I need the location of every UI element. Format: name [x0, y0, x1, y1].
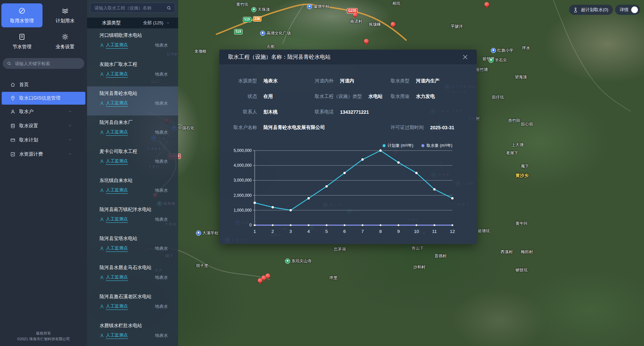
sidebar-item-首页[interactable]: 首页: [0, 78, 87, 92]
sidebar-item-取水户[interactable]: 取水户: [0, 105, 87, 119]
svg-text:4,000,000: 4,000,000: [234, 163, 252, 168]
station-search-input[interactable]: [94, 5, 166, 11]
map-marker-icon[interactable]: [391, 22, 395, 27]
module-tile-节水管理[interactable]: 节水管理: [1, 29, 43, 53]
list-item[interactable]: 东坑镇自来水站人工监测点地表水: [87, 174, 178, 203]
db-icon: [10, 123, 19, 129]
map-label: 坪里: [329, 275, 337, 281]
list-item[interactable]: 陆河县水唇走马石水电站人工监测点地表水: [87, 261, 178, 290]
person-icon: [100, 333, 104, 338]
school-badge-icon: [307, 4, 312, 9]
person-icon: [100, 246, 104, 251]
monitor-tag[interactable]: 人工监测点: [106, 42, 128, 49]
monitor-tag[interactable]: 人工监测点: [106, 245, 128, 252]
monitor-tag[interactable]: 人工监测点: [106, 100, 128, 107]
list-item[interactable]: 麦卡公司取水工程人工监测点地表水: [87, 144, 178, 174]
map-label: 龙颈根: [194, 49, 206, 54]
chevron-down-icon: [68, 109, 72, 114]
card-icon: [10, 137, 19, 143]
monitor-tag[interactable]: 人工监测点: [106, 158, 128, 165]
svg-text:5,000,000: 5,000,000: [234, 148, 252, 153]
map-label: 青山下: [412, 245, 424, 251]
over-plan-pill[interactable]: 超计划取水(0): [569, 5, 613, 15]
chevron-down-icon: [68, 152, 72, 157]
field-value: 13432771221: [340, 109, 369, 115]
field-value: 河道内生产: [416, 78, 440, 84]
person-icon: [100, 130, 104, 135]
water-type: 地表水: [155, 42, 168, 48]
monitor-tag[interactable]: 人工监测点: [106, 332, 128, 339]
sidebar-item-取水口GIS信息管理[interactable]: 取水口GIS信息管理: [2, 92, 85, 105]
field-value: 在用: [263, 94, 273, 100]
map-marker-icon[interactable]: [258, 278, 262, 283]
monitor-tag[interactable]: 人工监测点: [106, 274, 128, 281]
field-河道内外: 河道内外河道内: [315, 73, 354, 89]
station-name: 河口镇唱歌潭水电站: [100, 32, 168, 38]
map-marker-icon[interactable]: [353, 12, 358, 17]
detail-label: 详情: [620, 7, 628, 13]
gear-icon: [61, 33, 69, 42]
field-取水用途: 取水用途水力发电: [391, 89, 435, 104]
usage-line-chart: 01,000,0002,000,0003,000,0004,000,0005,0…: [219, 141, 477, 244]
module-tile-业务设置[interactable]: 业务设置: [45, 29, 86, 53]
sidebar-item-水资源计费[interactable]: 水资源计费: [0, 147, 87, 161]
module-tile-计划用水[interactable]: 计划用水: [45, 3, 86, 27]
field-value: 河道内: [340, 78, 354, 84]
sidebar-item-取水计划[interactable]: 取水计划: [0, 133, 87, 147]
map-marker-icon[interactable]: [265, 273, 270, 278]
list-item[interactable]: 陆河县南万镇杞洋水电站人工监测点地表水: [87, 203, 178, 232]
close-icon[interactable]: [462, 54, 469, 60]
monitor-tag[interactable]: 人工监测点: [106, 71, 128, 78]
list-item[interactable]: 友能水厂取水工程人工监测点地表水: [87, 57, 178, 86]
school-badge-icon: [491, 48, 496, 53]
list-item[interactable]: 河口镇唱歌潭水电站人工监测点地表水: [87, 28, 178, 57]
svg-text:9: 9: [397, 229, 400, 234]
list-item[interactable]: 陆河县自来水厂人工监测点地表水: [87, 115, 178, 144]
water-type: 地表水: [155, 100, 168, 106]
sidebar-menu: 首页取水口GIS信息管理取水户取水设置取水计划水资源计费: [0, 78, 87, 161]
station-name: 陆河县水唇走马石水电站: [100, 265, 168, 271]
toggle-knob[interactable]: [631, 6, 638, 13]
home-icon: [10, 82, 19, 87]
map-label: 红旗小学: [491, 48, 513, 53]
flask-icon: [574, 7, 578, 12]
monitor-tag[interactable]: 人工监测点: [106, 187, 128, 194]
list-item[interactable]: 陆河县宝塔水电站人工监测点地表水: [87, 232, 178, 261]
map-marker-icon[interactable]: [484, 2, 489, 7]
poi-badge-icon: [251, 7, 256, 12]
poi-badge-icon: [488, 58, 494, 63]
monitor-tag[interactable]: 人工监测点: [106, 129, 128, 136]
map-label: 田心塅: [521, 122, 533, 127]
map-label: 上大塘: [511, 142, 524, 148]
field-label: 取水用途: [391, 94, 410, 100]
person-icon: [100, 275, 104, 280]
detail-toggle-pill[interactable]: 详情: [615, 5, 640, 15]
list-item[interactable]: 水唇镇水栏肚水电站人工监测点地表水: [87, 319, 178, 343]
field-value: 地表水: [263, 78, 278, 84]
school-badge-icon: [260, 31, 265, 36]
svg-text:1: 1: [253, 229, 256, 234]
list-item[interactable]: 陆河县青砼水电站人工监测点地表水: [87, 86, 178, 115]
monitor-tag[interactable]: 人工监测点: [106, 303, 128, 310]
filter-value[interactable]: 全部 (125): [143, 20, 163, 26]
sidebar-item-取水设置[interactable]: 取水设置: [0, 119, 87, 133]
field-许可证过期时间: 许可证过期时间2025-03-31: [391, 120, 454, 135]
field-label: 取水工程（设施）类型: [315, 94, 362, 100]
pin-icon: [10, 96, 19, 101]
svg-text:6: 6: [343, 229, 346, 234]
station-search[interactable]: [90, 3, 175, 13]
sidebar-search-input[interactable]: [14, 61, 80, 66]
module-tile-取用水管理[interactable]: 取用水管理: [1, 3, 43, 27]
map-label: 大溪学校: [196, 230, 219, 236]
svg-text:0: 0: [249, 223, 252, 228]
field-label: 许可证过期时间: [391, 125, 424, 131]
field-row: 联系人彭木桃联系电话13432771221: [219, 104, 477, 120]
over-plan-label: 超计划取水(0): [581, 7, 608, 13]
field-取水户名称: 取水户名称陆河县青砼水电发展有限公司: [219, 120, 325, 135]
map-marker-icon[interactable]: [364, 39, 369, 44]
sidebar-search[interactable]: [3, 58, 84, 69]
monitor-tag[interactable]: 人工监测点: [106, 216, 128, 223]
source-type-filter[interactable]: 水源类型 全部 (125): [87, 18, 178, 28]
map-label: 羊石尖: [488, 57, 507, 63]
list-item[interactable]: 陆河县激石溪老区水电站人工监测点地表水: [87, 290, 178, 319]
